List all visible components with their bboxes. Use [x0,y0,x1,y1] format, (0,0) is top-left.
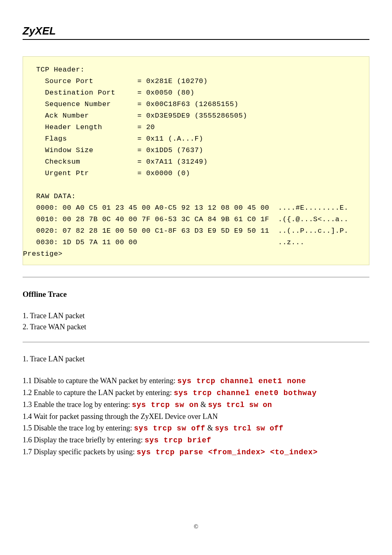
list-item: 1. Trace LAN packet [23,310,369,321]
tcp-row-label: Source Port [45,77,94,85]
tcp-row-value: = 0x1DD5 (7637) [137,146,203,154]
raw-ascii: ....#E........E. [278,204,348,212]
list-item: 2. Trace WAN packet [23,321,369,333]
step: 1.1 Disable to capture the WAN packet by… [23,375,369,387]
step-text: 1.3 Enable the trace log by entering: [23,400,132,409]
raw-hex: 0020: 07 82 28 1E 00 50 00 C1-8F 63 D3 E… [36,227,269,235]
step-command: sys trcp brief [145,436,211,444]
step: 1.2 Enable to capture the LAN packet by … [23,387,369,399]
step: 1.5 Disable the trace log by entering: s… [23,422,369,434]
step-command: sys trcp channel enet1 none [178,377,306,385]
step-command: sys trcl sw off [215,424,284,432]
step: 1.3 Enable the trace log by entering: sy… [23,399,369,411]
packet-dump-box: TCP Header: Source Port = 0x281E (10270)… [23,56,369,265]
step-command: sys trcp channel enet0 bothway [174,389,317,397]
tcp-row-value: = 0x7A11 (31249) [137,158,208,166]
tcp-row-label: Header Length [45,123,102,131]
raw-ascii: ..(..P...c..].P. [278,227,348,235]
offline-trace-heading: Offline Trace [23,290,369,299]
step: 1.7 Display specific packets by using: s… [23,446,369,458]
brand-divider [23,39,369,40]
ampersand: & [198,400,208,409]
step-text: 1.6 Display the trace briefly by enterin… [23,436,145,444]
steps: 1.1 Disable to capture the WAN packet by… [23,375,369,458]
prompt: Prestige> [23,250,62,258]
offline-list: 1. Trace LAN packet 2. Trace WAN packet [23,310,369,333]
section-divider [23,277,369,278]
step-command: sys trcp sw on [132,401,198,409]
tcp-row-label: Sequence Number [45,100,111,108]
brand-logo: ZyXEL [23,25,369,39]
tcp-row-label: Checksum [45,158,81,166]
raw-hex: 0030: 1D D5 7A 11 00 00 [36,238,137,246]
tcp-row-label: Destination Port [45,89,115,97]
trace-lan-subhead: 1. Trace LAN packet [23,355,369,363]
tcp-row-value: = 0x00C18F63 (12685155) [137,100,238,108]
raw-hex: 0000: 00 A0 C5 01 23 45 00 A0-C5 92 13 1… [36,204,269,212]
step-command: sys trcp parse <from_index> <to_index> [136,448,318,456]
tcp-row-label: Ack Number [45,112,89,120]
tcp-row-value: = 0x281E (10270) [137,77,208,85]
tcp-row-value: = 0x0050 (80) [137,89,194,97]
step-text: 1.2 Enable to capture the LAN packet by … [23,388,174,397]
step-text: 1.1 Disable to capture the WAN packet by… [23,377,178,385]
tcp-header-title: TCP Header: [36,66,85,74]
tcp-row-value: = 0x11 (.A...F) [137,135,203,143]
section-divider [23,342,369,342]
raw-ascii: ..z... [278,238,304,246]
ampersand: & [205,424,215,432]
raw-data-title: RAW DATA: [36,192,76,200]
tcp-row-value: = 0xD3E95DE9 (3555286505) [137,112,247,120]
step-command: sys trcp sw off [134,424,205,432]
raw-ascii: .({.@...S<...a.. [278,215,348,223]
step: 1.6 Display the trace briefly by enterin… [23,434,369,446]
step-text: 1.5 Disable the trace log by entering: [23,424,134,432]
page-footer: © [0,524,392,530]
tcp-row-value: = 20 [137,123,155,131]
tcp-row-label: Window Size [45,146,94,154]
tcp-row-label: Urgent Ptr [45,169,89,177]
step: 1.4 Wait for packet passing through the … [23,411,369,422]
step-text: 1.7 Display specific packets by using: [23,448,136,456]
tcp-row-value: = 0x0000 (0) [137,169,190,177]
step-command: sys trcl sw on [208,401,272,409]
tcp-row-label: Flags [45,135,67,143]
step-text: 1.4 Wait for packet passing through the … [23,412,218,421]
raw-hex: 0010: 00 28 7B 0C 40 00 7F 06-53 3C CA 8… [36,215,269,223]
